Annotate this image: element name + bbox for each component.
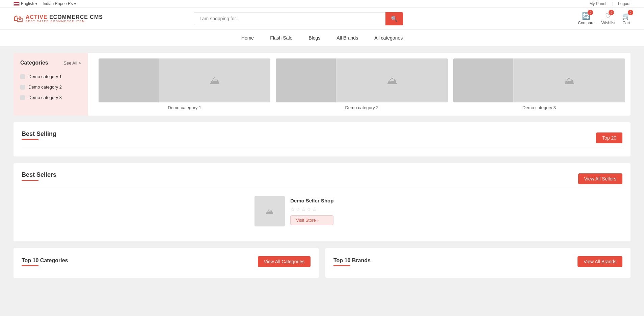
img-left-2 xyxy=(276,58,336,102)
cat-card-name-2: Demo category 2 xyxy=(276,105,448,110)
seller-placeholder-icon: ⛰ xyxy=(266,206,274,216)
cat-card-name-3: Demo category 3 xyxy=(453,105,625,110)
seller-name: Demo Seller Shop xyxy=(290,198,333,203)
category-card-3[interactable]: ⛰ Demo category 3 xyxy=(453,58,625,110)
cart-label: Cart xyxy=(622,21,630,25)
categories-header: Categories See All > xyxy=(20,60,81,66)
best-selling-underline xyxy=(22,139,38,140)
top-categories-header: Top 10 Categories View All Categories xyxy=(22,256,311,267)
mountain-icon-2: ⛰ xyxy=(387,74,398,87)
logo-ecommerce: ECOMMERCE CMS xyxy=(49,14,103,20)
top-categories-title-wrapper: Top 10 Categories xyxy=(22,258,68,266)
language-label: English xyxy=(21,1,34,6)
top-brands-underline xyxy=(333,265,350,266)
bottom-sections: Top 10 Categories View All Categories To… xyxy=(14,248,630,278)
top-bar: English ▾ Indian Rupee Rs ▾ My Panel | L… xyxy=(0,0,644,8)
sidebar-item-cat2[interactable]: Demo category 2 xyxy=(20,82,81,92)
nav-item-home[interactable]: Home xyxy=(240,30,255,46)
logo-active: ACTIVE xyxy=(26,14,49,20)
nav-item-blogs[interactable]: Blogs xyxy=(307,30,322,46)
cart-icon: 🛒 0 xyxy=(622,12,630,20)
language-selector[interactable]: English ▾ xyxy=(14,1,37,6)
my-panel-link[interactable]: My Panel xyxy=(589,1,606,6)
top-brands-title: Top 10 Brands xyxy=(333,258,371,264)
seller-card: ⛰ Demo Seller Shop ☆☆☆☆☆ Visit Store › xyxy=(254,189,390,233)
nav-item-all-categories[interactable]: All categories xyxy=(373,30,404,46)
img-right-2: ⛰ xyxy=(337,58,448,102)
best-selling-divider xyxy=(22,148,622,148)
best-selling-title-wrapper: Best Selling xyxy=(22,130,56,145)
best-selling-section: Best Selling Top 20 xyxy=(14,122,630,156)
categories-sidebar: Categories See All > Demo category 1 Dem… xyxy=(14,53,88,116)
img-left-1 xyxy=(99,58,159,102)
wishlist-action[interactable]: ♡ 0 Wishlist xyxy=(601,12,615,25)
top-brands-header: Top 10 Brands View All Brands xyxy=(333,256,622,267)
currency-label: Indian Rupee Rs xyxy=(43,1,73,6)
top-bar-right: My Panel | Logout xyxy=(589,1,630,6)
header-actions: 🔄 0 Compare ♡ 0 Wishlist 🛒 0 Cart xyxy=(578,12,630,25)
category-cards: ⛰ Demo category 1 ⛰ Demo category 2 xyxy=(93,53,630,116)
wishlist-badge: 0 xyxy=(609,10,614,15)
seller-image: ⛰ xyxy=(254,196,285,226)
seller-stars: ☆☆☆☆☆ xyxy=(290,206,333,213)
best-sellers-title-wrapper: Best Sellers xyxy=(22,171,56,186)
heart-icon: ♡ 0 xyxy=(605,12,611,20)
img-left-3 xyxy=(453,58,513,102)
view-all-sellers-button[interactable]: View All Sellers xyxy=(578,173,622,184)
logo-tagline: BEST RATED ECOMMERCE ITEM xyxy=(26,20,103,23)
image-placeholder-3: ⛰ xyxy=(453,58,625,102)
view-all-brands-button[interactable]: View All Brands xyxy=(578,256,622,267)
cat3-label: Demo category 3 xyxy=(28,95,62,100)
logo-text: ACTIVE ECOMMERCE CMS BEST RATED ECOMMERC… xyxy=(26,14,103,23)
mountain-icon-1: ⛰ xyxy=(209,74,220,87)
cart-action[interactable]: 🛒 0 Cart xyxy=(622,12,630,25)
image-placeholder-2: ⛰ xyxy=(276,58,448,102)
logo-bag-icon: 🛍 xyxy=(14,13,23,24)
compare-badge: 0 xyxy=(588,10,593,15)
best-sellers-title: Best Sellers xyxy=(22,171,56,178)
top-bar-left: English ▾ Indian Rupee Rs ▾ xyxy=(14,1,76,6)
view-all-categories-button[interactable]: View All Categories xyxy=(258,256,311,267)
top-brands-title-wrapper: Top 10 Brands xyxy=(333,258,371,266)
wishlist-label: Wishlist xyxy=(601,21,615,25)
img-right-3: ⛰ xyxy=(514,58,625,102)
compare-icon: 🔄 0 xyxy=(582,12,590,20)
top-categories-section: Top 10 Categories View All Categories xyxy=(14,248,319,278)
cat2-icon xyxy=(20,85,25,90)
top-categories-underline xyxy=(22,265,38,266)
top-categories-title: Top 10 Categories xyxy=(22,258,68,264)
cat3-icon xyxy=(20,95,25,100)
sidebar-item-cat1[interactable]: Demo category 1 xyxy=(20,71,81,82)
compare-action[interactable]: 🔄 0 Compare xyxy=(578,12,594,25)
logo[interactable]: 🛍 ACTIVE ECOMMERCE CMS BEST RATED ECOMME… xyxy=(14,13,103,24)
language-chevron-icon: ▾ xyxy=(35,2,37,6)
cat-card-image-3: ⛰ xyxy=(453,58,625,102)
top-brands-section: Top 10 Brands View All Brands xyxy=(325,248,630,278)
logo-brand-name: ACTIVE ECOMMERCE CMS xyxy=(26,14,103,20)
logout-link[interactable]: Logout xyxy=(618,1,630,6)
header: 🛍 ACTIVE ECOMMERCE CMS BEST RATED ECOMME… xyxy=(0,8,644,30)
cat1-icon xyxy=(20,74,25,79)
cat-card-image-2: ⛰ xyxy=(276,58,448,102)
us-flag-icon xyxy=(14,2,20,6)
main-nav: Home Flash Sale Blogs All Brands All cat… xyxy=(0,30,644,46)
sidebar-item-cat3[interactable]: Demo category 3 xyxy=(20,92,81,103)
cat-card-image-1: ⛰ xyxy=(99,58,270,102)
top20-button[interactable]: Top 20 xyxy=(596,132,622,143)
category-card-1[interactable]: ⛰ Demo category 1 xyxy=(99,58,270,110)
see-all-link[interactable]: See All > xyxy=(63,60,81,66)
best-sellers-underline xyxy=(22,180,38,181)
currency-selector[interactable]: Indian Rupee Rs ▾ xyxy=(43,1,76,6)
cat2-label: Demo category 2 xyxy=(28,84,62,90)
cart-badge: 0 xyxy=(628,10,633,15)
best-selling-title: Best Selling xyxy=(22,130,56,138)
cat1-label: Demo category 1 xyxy=(28,74,62,79)
visit-store-button[interactable]: Visit Store › xyxy=(290,215,333,225)
search-button[interactable]: 🔍 xyxy=(385,12,403,25)
seller-info: Demo Seller Shop ☆☆☆☆☆ Visit Store › xyxy=(290,198,333,225)
search-input[interactable] xyxy=(194,12,385,25)
category-card-2[interactable]: ⛰ Demo category 2 xyxy=(276,58,448,110)
nav-item-flash-sale[interactable]: Flash Sale xyxy=(269,30,294,46)
nav-item-all-brands[interactable]: All Brands xyxy=(335,30,359,46)
best-selling-header: Best Selling Top 20 xyxy=(22,130,622,145)
